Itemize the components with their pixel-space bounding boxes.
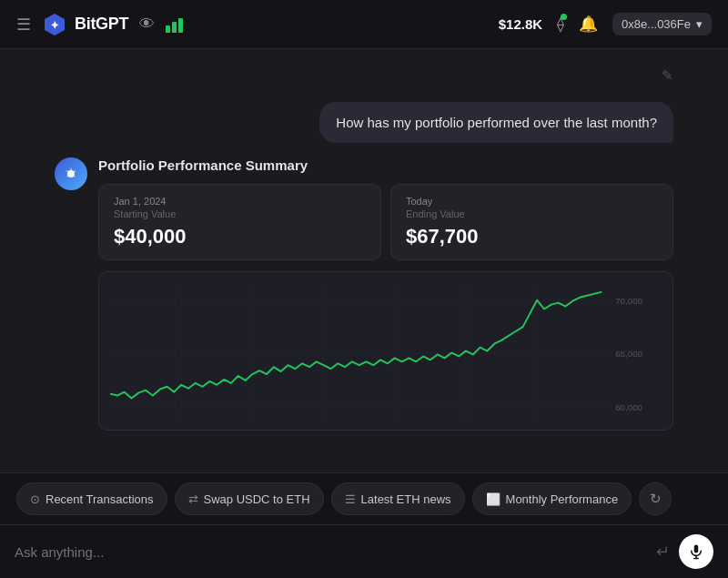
clock-icon: ⊙ <box>30 492 40 506</box>
svg-rect-12 <box>694 545 699 553</box>
news-icon: ☰ <box>345 492 356 506</box>
calendar-icon: ⬜ <box>486 492 500 506</box>
logo-container: ✦ BitGPT <box>42 12 128 37</box>
mic-button[interactable] <box>679 534 713 569</box>
chip-recent-label: Recent Transactions <box>46 492 154 506</box>
balance-display: $12.8K <box>499 16 542 32</box>
y-label-65k: 65,000 <box>615 349 642 359</box>
ending-value-card: Today Ending Value $67,700 <box>390 184 673 260</box>
y-label-60k: 60,000 <box>615 402 642 412</box>
menu-icon[interactable]: ☰ <box>16 15 31 35</box>
signal-bar-3 <box>178 18 183 33</box>
mic-icon <box>688 543 704 560</box>
edit-icon-wrap: ✎ <box>55 67 673 84</box>
chat-input[interactable] <box>15 544 647 560</box>
ai-avatar <box>55 157 87 190</box>
eth-online-dot <box>561 14 567 20</box>
chart-line <box>110 292 602 399</box>
chip-swap-label: Swap USDC to ETH <box>204 492 310 506</box>
suggestions-bar: ⊙ Recent Transactions ⇄ Swap USDC to ETH… <box>0 472 728 524</box>
user-message: How has my portfolio performed over the … <box>55 102 673 143</box>
starting-date-label: Jan 1, 2024 <box>114 196 366 207</box>
ending-value-amount: $67,700 <box>406 225 658 248</box>
refresh-button[interactable]: ↻ <box>639 482 672 515</box>
y-label-70k: 70,000 <box>615 296 642 306</box>
signal-bar-1 <box>166 25 170 33</box>
swap-icon: ⇄ <box>188 492 198 506</box>
chevron-down-icon: ▾ <box>696 17 703 31</box>
refresh-icon: ↻ <box>650 491 662 507</box>
chip-perf-label: Monthly Performance <box>506 492 619 506</box>
edit-icon[interactable]: ✎ <box>662 67 673 84</box>
ai-content: Portfolio Performance Summary Jan 1, 202… <box>98 157 673 431</box>
stats-row: Jan 1, 2024 Starting Value $40,000 Today… <box>98 184 673 260</box>
starting-value-card: Jan 1, 2024 Starting Value $40,000 <box>98 184 381 260</box>
logo-text: BitGPT <box>75 15 128 34</box>
main-area: ✎ How has my portfolio performed over th… <box>0 49 728 578</box>
header-right: $12.8K ⟠ 🔔 0x8e...036Fe ▾ <box>499 13 712 35</box>
ending-value-label: Ending Value <box>406 208 658 219</box>
eye-icon[interactable]: 👁 <box>139 15 155 34</box>
chip-monthly-perf[interactable]: ⬜ Monthly Performance <box>472 482 632 515</box>
signal-bar-2 <box>172 22 177 33</box>
starting-value-label: Starting Value <box>114 208 366 219</box>
ai-message: Portfolio Performance Summary Jan 1, 202… <box>55 157 673 431</box>
ai-response-title: Portfolio Performance Summary <box>98 157 673 173</box>
chat-area: ✎ How has my portfolio performed over th… <box>0 49 728 472</box>
starting-value-amount: $40,000 <box>114 225 366 248</box>
header: ☰ ✦ BitGPT 👁 $12.8K ⟠ 🔔 0x8e...036Fe ▾ <box>0 0 728 49</box>
chip-swap-usdc[interactable]: ⇄ Swap USDC to ETH <box>175 482 324 515</box>
header-left: ☰ ✦ BitGPT 👁 <box>16 12 183 37</box>
svg-text:✦: ✦ <box>50 19 59 32</box>
chip-recent-transactions[interactable]: ⊙ Recent Transactions <box>16 482 167 515</box>
bell-icon[interactable]: 🔔 <box>579 15 598 34</box>
chart-svg: 70,000 65,000 60,000 <box>110 287 662 421</box>
chip-news-label: Latest ETH news <box>361 492 451 506</box>
wallet-address: 0x8e...036Fe <box>622 17 691 31</box>
signal-bars <box>166 16 183 33</box>
user-bubble: How has my portfolio performed over the … <box>319 102 673 143</box>
wallet-badge[interactable]: 0x8e...036Fe ▾ <box>612 13 712 35</box>
enter-icon[interactable]: ↵ <box>656 542 670 562</box>
input-bar: ↵ <box>0 524 728 578</box>
ending-date-label: Today <box>406 196 658 207</box>
chip-eth-news[interactable]: ☰ Latest ETH news <box>331 482 465 515</box>
performance-chart: 70,000 65,000 60,000 <box>98 271 673 431</box>
eth-icon: ⟠ <box>557 15 564 33</box>
logo-icon: ✦ <box>42 12 67 37</box>
